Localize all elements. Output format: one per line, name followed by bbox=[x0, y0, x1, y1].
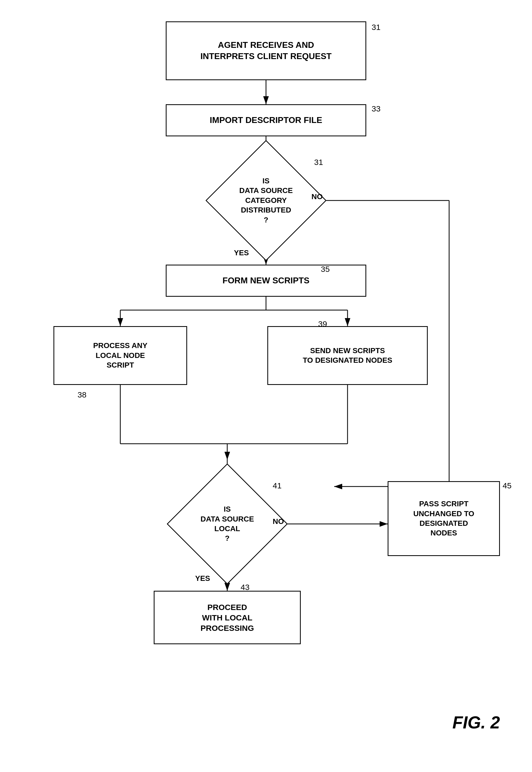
form-scripts-box: FORM NEW SCRIPTS bbox=[166, 265, 366, 297]
diamond1-wrapper: ISDATA SOURCECATEGORYDISTRIBUTED? bbox=[223, 158, 309, 243]
send-scripts-box: SEND NEW SCRIPTSTO DESIGNATED NODES bbox=[267, 326, 428, 385]
start-box: AGENT RECEIVES ANDINTERPRETS CLIENT REQU… bbox=[166, 21, 366, 80]
ref-43: 43 bbox=[241, 583, 249, 592]
ref-35: 35 bbox=[321, 265, 330, 274]
figure-caption: FIG. 2 bbox=[452, 713, 500, 732]
diamond2-text: ISDATA SOURCELOCAL? bbox=[184, 481, 270, 567]
ref-31-start: 31 bbox=[372, 23, 380, 32]
yes-label-2: YES bbox=[195, 574, 210, 583]
no-label-2: NO bbox=[273, 517, 284, 526]
ref-39: 39 bbox=[318, 319, 327, 329]
flowchart-diagram: AGENT RECEIVES ANDINTERPRETS CLIENT REQU… bbox=[0, 0, 532, 748]
diamond2-wrapper: ISDATA SOURCELOCAL? bbox=[184, 481, 270, 567]
diamond1-text: ISDATA SOURCECATEGORYDISTRIBUTED? bbox=[223, 158, 309, 243]
yes-label-1: YES bbox=[234, 249, 249, 257]
pass-script-box: PASS SCRIPTUNCHANGED TODESIGNATEDNODES bbox=[388, 481, 500, 556]
process-local-box: PROCESS ANYLOCAL NODESCRIPT bbox=[53, 326, 187, 385]
import-box: IMPORT DESCRIPTOR FILE bbox=[166, 104, 366, 136]
ref-33: 33 bbox=[372, 104, 380, 113]
ref-45: 45 bbox=[503, 481, 511, 490]
ref-31-diamond: 31 bbox=[314, 158, 323, 167]
ref-38: 38 bbox=[78, 390, 86, 399]
no-label-1: NO bbox=[311, 192, 323, 201]
proceed-local-box: PROCEEDWITH LOCALPROCESSING bbox=[154, 591, 301, 644]
ref-41: 41 bbox=[273, 481, 282, 490]
